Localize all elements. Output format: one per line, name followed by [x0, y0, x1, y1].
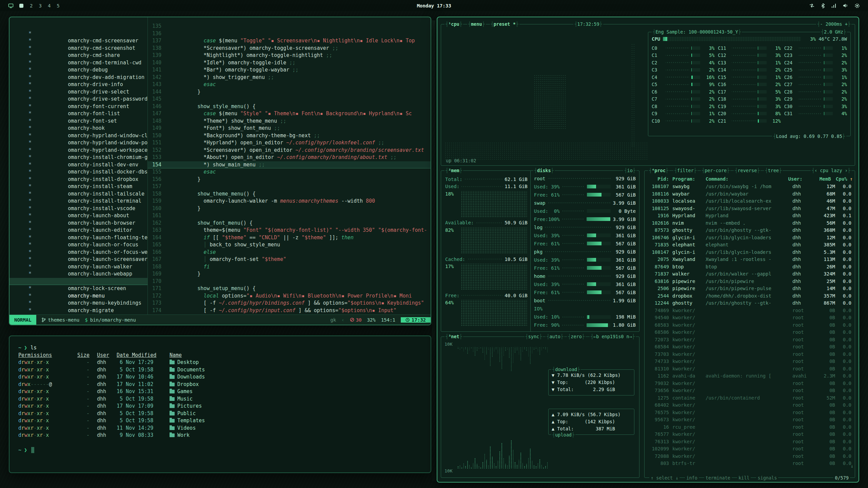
file-tree-item[interactable]: * omarchy-font-current [9, 88, 147, 96]
file-tree-item[interactable]: * omarchy-cmd-screensaver [9, 23, 147, 30]
file-tree-item[interactable]: * omarchy-dev-add-migration [9, 59, 147, 67]
net-control[interactable]: auto [546, 334, 564, 339]
process-row[interactable]: 76575 kworker/ root 0B 0.0 [647, 409, 853, 416]
file-tree-item[interactable]: * omarchy-launch-or-focus-webapp [9, 234, 147, 242]
proc-control[interactable]: tree [764, 168, 783, 173]
file-tree-item[interactable]: * omarchy-launch-webapp [9, 256, 147, 263]
file-tree-item[interactable]: * omarchy-install-chromium-google-a [9, 139, 147, 147]
proc-footer-action[interactable]: kill [737, 475, 751, 481]
process-row[interactable]: 108107 swaybg /usr/bin/swaybg -i /hom dh… [647, 183, 853, 190]
file-tree[interactable]: * omarchy-cmd-screensaver * omarchy-cmd-… [9, 17, 148, 314]
file-tree-item[interactable]: * omarchy-cmd-screenshot [9, 30, 147, 38]
process-row[interactable]: 74733 kworker/ root 0B 0.0 [647, 358, 853, 365]
process-row[interactable]: 71835 elephant elephant dhh 385M 0.0 [647, 241, 853, 249]
process-row[interactable]: 68402 kworker/ root 0B 0.0 [647, 402, 853, 409]
process-row[interactable]: 2544 dropbox /home/dhh/.dropbox-dist dhh… [647, 292, 853, 300]
file-tree-item[interactable]: * omarchy-install-tailscale [9, 176, 147, 183]
file-tree-item[interactable]: * omarchy-launch-wifi [9, 263, 147, 271]
workspace-number[interactable]: 4 [47, 3, 51, 8]
process-row[interactable]: 72088 kworker/ root 0B 0.0 [647, 453, 853, 460]
header-command[interactable]: Command: [706, 176, 788, 182]
process-row[interactable]: 108125 swayosd- /usr/lib/swayosd-server … [647, 205, 853, 212]
file-tree-item[interactable]: * omarchy-launch-browser [9, 205, 147, 212]
file-tree-item[interactable]: * omarchy-migrate [9, 292, 147, 300]
process-row[interactable]: 72073 kworker/ root 0B 0.0 [647, 336, 853, 344]
file-tree-item[interactable]: * omarchy-install-vscode [9, 190, 147, 198]
process-row[interactable]: 74869 kworker/ root 0B 0.0 [647, 307, 853, 314]
process-row[interactable]: 81310 kworker/ root 0B 0.0 [647, 365, 853, 373]
process-row[interactable]: 108147 glycin-i /usr/lib/glycin-loaders … [647, 249, 853, 256]
process-row[interactable]: 108033 localsea /usr/lib/localsearch-ex … [647, 198, 853, 205]
screencast-icon[interactable] [809, 3, 815, 8]
file-tree-item[interactable]: * omarchy-install-steam [9, 168, 147, 176]
process-row[interactable]: 2075 Xwayland Xwayland :1 -rootless - dh… [647, 256, 853, 263]
signal-bars-icon[interactable] [831, 3, 836, 8]
file-tree-item[interactable]: * omarchy-launch-screensaver [9, 241, 147, 249]
file-tree-item[interactable]: * omarchy-hook [9, 110, 147, 118]
net-control[interactable]: zero [567, 334, 586, 339]
file-tree-item[interactable]: * omarchy-hyprland-window-close-all [9, 118, 147, 125]
process-row[interactable]: 68586 kworker/ root 0B 0.0 [647, 329, 853, 336]
process-row[interactable]: 16 rcu_pree root 0B 0.0 [647, 424, 853, 431]
header-program[interactable]: Program: [672, 176, 706, 182]
header-cpu[interactable]: Cpu% [831, 176, 849, 182]
process-row[interactable]: 79032 kworker/ root 0B 0.0 [647, 380, 853, 387]
file-tree-item[interactable]: * omarchy-cmd-share [9, 37, 147, 45]
process-row[interactable]: 12244 ghostty /usr/bin/ghostty --gtk- dh… [647, 300, 853, 307]
file-tree-item[interactable]: * omarchy-install-docker-dbs [9, 154, 147, 161]
sort-arrow-icon[interactable]: ↑ [849, 176, 853, 182]
cpu-tab[interactable]: ¹cpu [445, 21, 463, 27]
process-row[interactable]: 73656 kworker/ root 0B 0.0 [647, 387, 853, 394]
process-row[interactable]: 76313 kworker/ root 0B 0.0 [647, 438, 853, 446]
proc-control[interactable]: reverse [734, 168, 761, 173]
header-pid[interactable]: Pid: [647, 176, 672, 182]
file-tree-item[interactable]: * omarchy-launch-editor [9, 212, 147, 220]
file-tree-item[interactable]: * omarchy-menu [9, 278, 147, 285]
file-tree-item[interactable]: * omarchy-menu-keybindings [9, 285, 147, 292]
file-tree-item[interactable]: * omarchy-lock-screen [9, 270, 147, 278]
process-row[interactable]: 102099 kworker/ root 0B 0.0 [647, 445, 853, 453]
cpu-tab[interactable]: menu [467, 21, 486, 27]
process-row[interactable]: 102616 nvim nvim --embed . dhh 56M 0.0 [647, 220, 853, 227]
io-toggle[interactable]: io [623, 168, 636, 173]
net-interface[interactable]: ←b enp191s0 n→ [590, 334, 636, 339]
mem-tab[interactable]: ²mem [445, 168, 463, 173]
process-row[interactable]: 76577 kworker/ root 0B 0.0 [647, 431, 853, 438]
process-list[interactable]: 108107 swaybg /usr/bin/swaybg -i /hom dh… [647, 183, 853, 474]
file-tree-item[interactable]: * omarchy-launch-floating-terminal- [9, 220, 147, 227]
workspace-number[interactable]: 2 [29, 3, 33, 8]
sort-mode[interactable]: ‹ cpu lazy › [811, 168, 851, 173]
file-tree-item[interactable]: * omarchy-drive-info [9, 66, 147, 74]
file-tree-item[interactable]: * omarchy-cmd-terminal-cwd [9, 45, 147, 52]
net-control[interactable]: sync [525, 334, 543, 339]
proc-tab[interactable]: ⁴proc [648, 168, 669, 173]
scroll-down-icon[interactable]: ↓ [851, 463, 853, 469]
process-row[interactable]: 108116 waybar /usr/bin/waybar dhh 68M 0.… [647, 190, 853, 198]
file-tree-item[interactable]: * omarchy-launch-walker [9, 249, 147, 256]
file-tree-item[interactable]: * omarchy-drive-select [9, 74, 147, 81]
proc-footer-action[interactable]: terminate [704, 475, 732, 481]
proc-footer-action[interactable]: info [685, 475, 699, 481]
proc-footer-action[interactable]: signals [756, 475, 778, 481]
file-tree-item[interactable]: * omarchy-font-list [9, 96, 147, 103]
process-row[interactable]: 1162 avahi-da avahi-daemon: running [ av… [647, 372, 853, 380]
workspace-number[interactable]: 3 [38, 3, 42, 8]
process-row[interactable]: 1275 containe /usr/bin/containerd root 5… [647, 394, 853, 402]
focused-app-icon[interactable] [19, 3, 24, 8]
file-tree-item[interactable]: * omarchy-notification-dismiss [9, 300, 147, 307]
code-pane[interactable]: 135 case $(menu "Toggle" "▪ Screensaver\… [148, 17, 431, 314]
process-row[interactable]: 63816 pipewire /usr/bin/pipewire dhh 25M… [647, 278, 853, 285]
file-tree-item[interactable]: * omarchy-debug [9, 52, 147, 59]
process-row[interactable]: 95673 kworker/ root 0B 0.0 [647, 416, 853, 424]
process-row[interactable]: 68583 kworker/ root 0B 0.0 [647, 322, 853, 329]
file-tree-item[interactable]: * omarchy-launch-about [9, 198, 147, 205]
file-tree-item[interactable]: * omarchy-hyprland-workspace-toggle [9, 132, 147, 140]
gear-icon[interactable] [854, 3, 860, 8]
process-row[interactable]: 2506 pipewire /usr/bin/pipewire-pulse dh… [647, 285, 853, 292]
file-tree-item[interactable]: * omarchy-hyprland-window-pop [9, 125, 147, 132]
workspace-number[interactable]: 5 [56, 3, 60, 8]
proc-header[interactable]: Pid: Program: Command: User: MemB Cpu% ↑ [647, 175, 853, 183]
active-workspace-icon[interactable] [8, 3, 14, 8]
terminal-window[interactable]: ~ ❯ ls Permissions Size User Date Modifi… [9, 336, 431, 473]
process-row[interactable]: 87649 btop btop dhh 26M 0.0 [647, 263, 853, 271]
